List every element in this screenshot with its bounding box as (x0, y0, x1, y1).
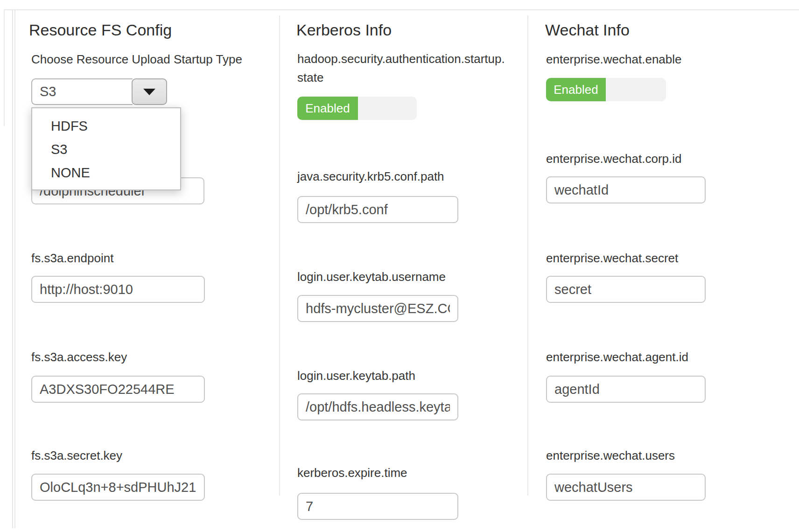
dropdown-option-none[interactable]: NONE (32, 161, 180, 184)
fs-s3a-secret-key-label: fs.s3a.secret.key (31, 448, 122, 462)
keytab-username-input[interactable] (297, 295, 458, 322)
column-divider-2 (527, 15, 528, 496)
keytab-path-input[interactable] (297, 393, 458, 420)
resource-upload-type-label: Choose Resource Upload Startup Type (31, 52, 242, 66)
wechat-enable-toggle[interactable]: Enabled (546, 78, 666, 101)
wechat-users-label: enterprise.wechat.users (546, 448, 675, 462)
kerberos-toggle-on-label: Enabled (297, 97, 358, 120)
fs-s3a-access-key-input[interactable] (31, 376, 205, 403)
fs-s3a-secret-key-input[interactable] (31, 474, 205, 501)
dropdown-option-s3[interactable]: S3 (32, 138, 180, 161)
left-scroll-track-outer (12, 9, 13, 528)
settings-page: Resource FS Config Choose Resource Uploa… (0, 0, 799, 532)
wechat-secret-label: enterprise.wechat.secret (546, 251, 678, 265)
resource-upload-type-input[interactable] (31, 78, 133, 105)
fs-s3a-endpoint-input[interactable] (31, 276, 205, 303)
wechat-corp-id-input[interactable] (546, 176, 706, 203)
section-title-kerberos-info: Kerberos Info (296, 21, 392, 39)
section-title-wechat-info: Wechat Info (545, 21, 630, 39)
resource-upload-type-listbox: HDFS S3 NONE (31, 107, 181, 190)
wechat-agent-id-label: enterprise.wechat.agent.id (546, 350, 688, 364)
kerberos-expire-time-input[interactable] (297, 493, 458, 520)
left-scroll-track-inner (14, 9, 15, 528)
section-title-resource-fs-config: Resource FS Config (29, 21, 172, 39)
dropdown-option-hdfs[interactable]: HDFS (32, 114, 180, 138)
resource-upload-type-dropdown-button[interactable] (132, 78, 167, 105)
left-outer-border (4, 9, 5, 126)
fs-s3a-access-key-label: fs.s3a.access.key (31, 350, 127, 364)
fs-s3a-endpoint-label: fs.s3a.endpoint (31, 251, 113, 265)
wechat-corp-id-label: enterprise.wechat.corp.id (546, 152, 681, 166)
krb5-conf-path-label: java.security.krb5.conf.path (297, 169, 444, 183)
caret-down-icon (143, 89, 155, 95)
kerberos-expire-time-label: kerberos.expire.time (297, 466, 407, 480)
kerberos-startup-state-toggle[interactable]: Enabled (297, 97, 417, 120)
column-divider-1 (279, 15, 280, 496)
wechat-users-input[interactable] (546, 474, 706, 501)
top-border (4, 9, 799, 10)
wechat-enable-label: enterprise.wechat.enable (546, 52, 682, 66)
kerberos-startup-state-label-line2: state (297, 68, 521, 87)
wechat-toggle-on-label: Enabled (546, 78, 606, 101)
kerberos-startup-state-label-line1: hadoop.security.authentication.startup. (297, 49, 521, 68)
wechat-agent-id-input[interactable] (546, 376, 706, 403)
kerberos-startup-state-label: hadoop.security.authentication.startup. … (297, 49, 521, 87)
keytab-path-label: login.user.keytab.path (297, 369, 415, 383)
keytab-username-label: login.user.keytab.username (297, 270, 446, 284)
wechat-secret-input[interactable] (546, 276, 706, 303)
krb5-conf-path-input[interactable] (297, 196, 458, 223)
